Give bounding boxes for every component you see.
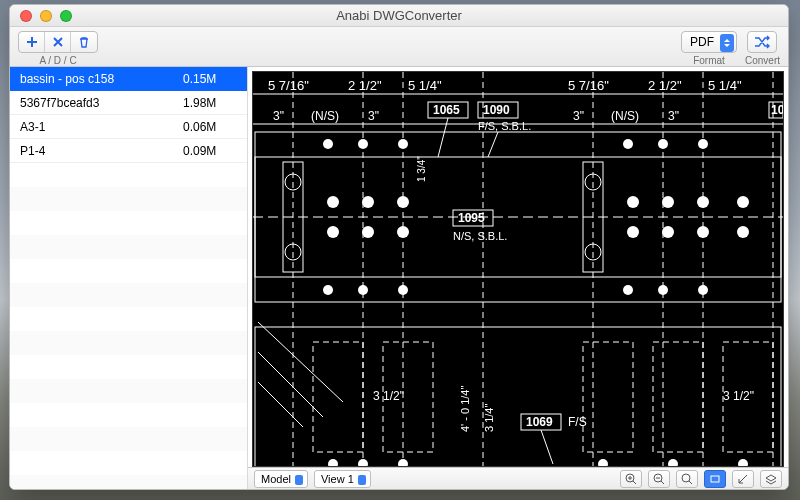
svg-text:5 1/4": 5 1/4" — [408, 78, 442, 93]
svg-text:4' - 0 1/4": 4' - 0 1/4" — [459, 386, 471, 432]
svg-text:1095: 1095 — [458, 211, 485, 225]
measure-button[interactable] — [732, 470, 754, 488]
measure-icon — [737, 473, 749, 485]
svg-rect-74 — [653, 342, 703, 452]
convert-button[interactable] — [747, 31, 777, 53]
svg-point-33 — [697, 196, 709, 208]
svg-text:1065: 1065 — [433, 103, 460, 117]
format-value: PDF — [690, 35, 714, 49]
svg-point-23 — [327, 196, 339, 208]
file-name: bassin - pos c158 — [20, 72, 183, 86]
svg-point-42 — [698, 285, 708, 295]
toolbar: A / D / C PDF Format Convert — [10, 27, 788, 67]
svg-point-79 — [328, 459, 338, 467]
svg-point-26 — [362, 226, 374, 238]
file-row[interactable]: 5367f7bceafd31.98M — [10, 91, 247, 115]
space-select[interactable]: Model — [254, 470, 308, 488]
file-size: 0.09M — [183, 144, 237, 158]
svg-point-35 — [737, 196, 749, 208]
zoom-in-button[interactable] — [620, 470, 642, 488]
svg-text:F/S, S.B.L.: F/S, S.B.L. — [478, 120, 531, 132]
svg-point-25 — [362, 196, 374, 208]
svg-point-29 — [627, 196, 639, 208]
plus-icon — [26, 36, 38, 48]
svg-text:1069: 1069 — [526, 415, 553, 429]
file-actions-label: A / D / C — [39, 55, 76, 66]
x-icon — [52, 36, 64, 48]
svg-text:5 7/16": 5 7/16" — [568, 78, 609, 93]
svg-point-36 — [737, 226, 749, 238]
svg-point-21 — [658, 139, 668, 149]
svg-point-34 — [697, 226, 709, 238]
file-list-empty-area — [10, 163, 247, 489]
file-name: A3-1 — [20, 120, 183, 134]
svg-text:N/S, S.B.L.: N/S, S.B.L. — [453, 230, 507, 242]
file-size: 1.98M — [183, 96, 237, 110]
viewport-toolbar: Model View 1 — [248, 467, 788, 489]
svg-point-39 — [398, 285, 408, 295]
pan-button[interactable] — [704, 470, 726, 488]
zoom-fit-icon — [681, 473, 693, 485]
svg-text:2 1/2": 2 1/2" — [348, 78, 382, 93]
svg-point-17 — [323, 139, 333, 149]
svg-point-24 — [327, 226, 339, 238]
svg-point-18 — [358, 139, 368, 149]
svg-text:3": 3" — [573, 109, 584, 123]
svg-point-40 — [623, 285, 633, 295]
add-file-button[interactable] — [19, 32, 45, 52]
view-select[interactable]: View 1 — [314, 470, 371, 488]
file-name: P1-4 — [20, 144, 183, 158]
svg-point-30 — [627, 226, 639, 238]
svg-point-28 — [397, 226, 409, 238]
svg-point-38 — [358, 285, 368, 295]
format-select[interactable]: PDF — [681, 31, 737, 53]
svg-point-80 — [358, 459, 368, 467]
svg-text:(N/S): (N/S) — [611, 109, 639, 123]
drawing-panel: 5 7/16" 2 1/2" 5 1/4" 5 7/16" 2 1/2" 5 1… — [248, 67, 788, 489]
svg-text:3 1/4": 3 1/4" — [483, 404, 495, 432]
svg-point-32 — [662, 226, 674, 238]
svg-point-83 — [668, 459, 678, 467]
svg-point-37 — [323, 285, 333, 295]
svg-rect-70 — [255, 327, 781, 467]
layers-icon — [765, 473, 777, 485]
file-row[interactable]: bassin - pos c1580.15M — [10, 67, 247, 91]
svg-point-82 — [598, 459, 608, 467]
svg-point-22 — [698, 139, 708, 149]
svg-text:3": 3" — [668, 109, 679, 123]
svg-text:3 1/2": 3 1/2" — [373, 389, 404, 403]
svg-line-76 — [258, 322, 343, 402]
svg-rect-73 — [583, 342, 633, 452]
cad-drawing: 5 7/16" 2 1/2" 5 1/4" 5 7/16" 2 1/2" 5 1… — [253, 72, 783, 467]
svg-text:1090: 1090 — [483, 103, 510, 117]
zoom-in-icon — [625, 473, 637, 485]
file-name: 5367f7bceafd3 — [20, 96, 183, 110]
file-row[interactable]: P1-40.09M — [10, 139, 247, 163]
clear-files-button[interactable] — [71, 32, 97, 52]
svg-line-92 — [541, 430, 553, 464]
pan-icon — [709, 473, 721, 485]
zoom-fit-button[interactable] — [676, 470, 698, 488]
svg-point-27 — [397, 196, 409, 208]
file-row[interactable]: A3-10.06M — [10, 115, 247, 139]
chevron-up-down-icon — [720, 34, 734, 52]
layers-button[interactable] — [760, 470, 782, 488]
svg-line-78 — [258, 382, 303, 427]
svg-point-41 — [658, 285, 668, 295]
svg-point-20 — [623, 139, 633, 149]
trash-icon — [78, 36, 90, 48]
delete-file-button[interactable] — [45, 32, 71, 52]
convert-label: Convert — [745, 55, 780, 66]
svg-text:1 3/4": 1 3/4" — [416, 156, 427, 182]
drawing-viewport[interactable]: 5 7/16" 2 1/2" 5 1/4" 5 7/16" 2 1/2" 5 1… — [252, 71, 784, 467]
zoom-out-button[interactable] — [648, 470, 670, 488]
svg-rect-96 — [711, 476, 719, 482]
file-size: 0.15M — [183, 72, 237, 86]
svg-text:F/S: F/S — [568, 415, 587, 429]
svg-text:3": 3" — [273, 109, 284, 123]
svg-point-31 — [662, 196, 674, 208]
file-actions-segment — [18, 31, 98, 53]
svg-text:3": 3" — [368, 109, 379, 123]
svg-text:5 1/4": 5 1/4" — [708, 78, 742, 93]
svg-text:10: 10 — [771, 103, 783, 117]
